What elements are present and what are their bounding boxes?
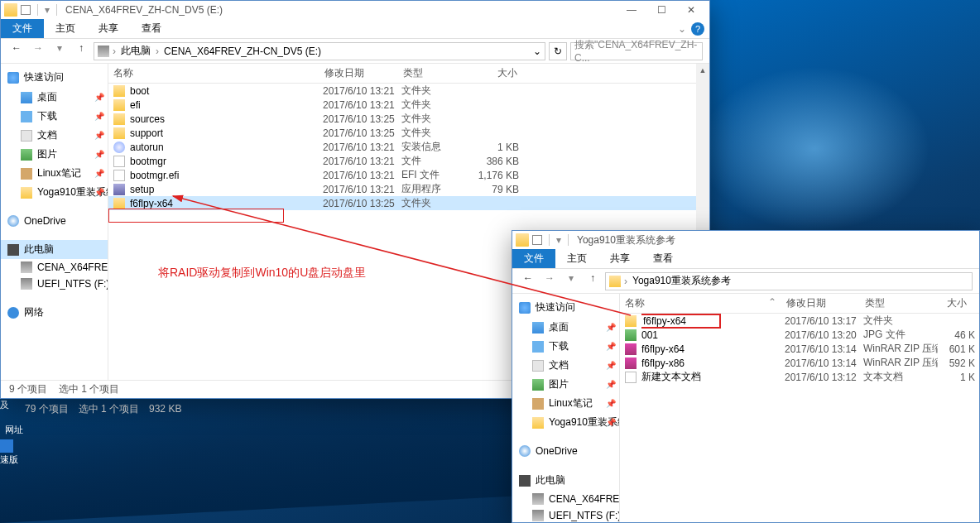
dropdown-icon[interactable]: ▾ xyxy=(556,234,561,246)
annotation-text: 将RAID驱动复制到Win10的U盘启动盘里 xyxy=(158,266,366,281)
nav-desktop-icon xyxy=(532,322,544,333)
file-row[interactable]: f6flpy-x642017/6/10 13:17文件夹 xyxy=(620,314,979,328)
file-row[interactable]: f6flpy-x642017/6/10 13:25文件夹 xyxy=(108,196,709,210)
nav-item[interactable]: 文档📌 xyxy=(512,356,619,375)
search-input[interactable]: 搜索"CENA_X64FREV_ZH-C... xyxy=(570,42,703,60)
nav-forward-button[interactable]: → xyxy=(29,42,47,60)
minimize-button[interactable]: — xyxy=(617,1,646,19)
explorer-window-2: ▾ Yoga910重装系统参考 文件 主页 共享 查看 ← → ▾ ↑ › Yo… xyxy=(512,230,980,523)
ribbon-tab-view[interactable]: 查看 xyxy=(130,19,173,38)
nav-network[interactable]: 网络 xyxy=(1,302,108,323)
nav-back-button[interactable]: ← xyxy=(7,42,26,60)
scroll-up-icon[interactable]: ▲ xyxy=(696,64,709,77)
nav-up-button[interactable]: ↑ xyxy=(584,272,602,290)
status-item-count: 9 个项目 xyxy=(9,382,47,396)
file-row[interactable]: autorun2017/6/10 13:21安装信息1 KB xyxy=(108,140,709,154)
breadcrumb-thispc[interactable]: 此电脑 xyxy=(119,44,152,58)
nav-item[interactable]: UEFI_NTFS (F:) xyxy=(512,507,619,522)
dropdown-icon[interactable]: ▾ xyxy=(45,4,50,16)
cloud-icon xyxy=(519,445,531,457)
ribbon-tab-share[interactable]: 共享 xyxy=(87,19,130,38)
nav-this-pc[interactable]: 此电脑 xyxy=(1,240,108,259)
nav-this-pc[interactable]: 此电脑 xyxy=(512,470,619,491)
file-row[interactable]: f6flpy-x862017/6/10 13:14WinRAR ZIP 压缩..… xyxy=(620,356,979,370)
nav-doc-icon xyxy=(532,360,544,372)
navigation-pane[interactable]: 快速访问 桌面📌下载📌文档📌图片📌Linux笔记📌Yoga910重装系统参📌 O… xyxy=(1,64,108,380)
quick-access-toggle-icon[interactable] xyxy=(21,5,31,15)
file-rows[interactable]: f6flpy-x642017/6/10 13:17文件夹0012017/6/10… xyxy=(620,314,979,522)
nav-item[interactable]: CENA_X64FREV_ZH xyxy=(1,259,108,276)
file-row[interactable]: support2017/6/10 13:25文件夹 xyxy=(108,126,709,140)
file-row[interactable]: bootmgr2017/6/10 13:21文件386 KB xyxy=(108,154,709,168)
file-row[interactable]: boot2017/6/10 13:21文件夹 xyxy=(108,84,709,98)
ribbon-tab-view[interactable]: 查看 xyxy=(641,249,685,268)
refresh-button[interactable]: ↻ xyxy=(549,42,567,60)
file-row[interactable]: 0012017/6/10 13:20JPG 文件46 K xyxy=(620,328,979,342)
nav-item[interactable]: 桌面📌 xyxy=(1,88,108,107)
file-row[interactable]: sources2017/6/10 13:25文件夹 xyxy=(108,112,709,126)
pin-icon: 📌 xyxy=(606,323,616,332)
nav-item[interactable]: 图片📌 xyxy=(1,145,108,164)
nav-up-button[interactable]: ↑ xyxy=(72,42,90,60)
nav-item[interactable]: Linux笔记📌 xyxy=(512,394,619,413)
column-name[interactable]: 名称 xyxy=(108,66,319,80)
file-type-icon xyxy=(625,315,637,327)
nav-item-label: Linux笔记 xyxy=(37,166,81,180)
file-row[interactable]: setup2017/6/10 13:21应用程序79 KB xyxy=(108,182,709,196)
ribbon-collapse-icon[interactable]: ⌄ xyxy=(678,23,686,35)
nav-onedrive[interactable]: OneDrive xyxy=(512,442,619,460)
nav-item-label: 桌面 xyxy=(549,320,569,334)
ribbon-tab-share[interactable]: 共享 xyxy=(598,249,641,268)
close-button[interactable]: ✕ xyxy=(676,1,706,19)
column-date[interactable]: 修改日期 xyxy=(781,296,860,310)
address-dropdown-icon[interactable]: ⌄ xyxy=(533,46,541,57)
file-row[interactable]: efi2017/6/10 13:21文件夹 xyxy=(108,98,709,112)
nav-forward-button[interactable]: → xyxy=(540,272,559,290)
ribbon-tab-home[interactable]: 主页 xyxy=(44,19,87,38)
nav-item[interactable]: CENA_X64FREV_ZH xyxy=(512,491,619,507)
column-type[interactable]: 类型 xyxy=(860,296,934,310)
nav-item[interactable]: Yoga910重装系统参📌 xyxy=(512,413,619,432)
titlebar[interactable]: ▾ Yoga910重装系统参考 xyxy=(512,231,979,249)
nav-recent-dropdown[interactable]: ▾ xyxy=(562,272,580,290)
address-bar[interactable]: › 此电脑 › CENA_X64FREV_ZH-CN_DV5 (E:) ⌄ xyxy=(94,42,545,60)
breadcrumb-drive[interactable]: CENA_X64FREV_ZH-CN_DV5 (E:) xyxy=(162,46,323,57)
nav-drive-icon xyxy=(21,262,32,273)
file-row[interactable]: f6flpy-x642017/6/10 13:14WinRAR ZIP 压缩..… xyxy=(620,342,979,356)
ribbon-tab-file[interactable]: 文件 xyxy=(1,19,44,38)
column-size[interactable]: 大小 xyxy=(473,66,522,80)
nav-onedrive[interactable]: OneDrive xyxy=(1,212,108,230)
nav-back-button[interactable]: ← xyxy=(519,272,537,290)
quick-access-toggle-icon[interactable] xyxy=(532,235,542,245)
file-row[interactable]: bootmgr.efi2017/6/10 13:21EFI 文件1,176 KB xyxy=(108,168,709,182)
column-date[interactable]: 修改日期 xyxy=(319,66,398,80)
pin-icon: 📌 xyxy=(606,418,616,427)
nav-item[interactable]: Yoga910重装系统参📌 xyxy=(1,183,108,202)
nav-item[interactable]: UEFI_NTFS (F:) xyxy=(1,276,108,292)
nav-recent-dropdown[interactable]: ▾ xyxy=(50,42,69,60)
column-size[interactable]: 大小 xyxy=(934,296,972,310)
nav-quick-access[interactable]: 快速访问 xyxy=(1,67,108,88)
nav-item[interactable]: 图片📌 xyxy=(512,375,619,394)
nav-item[interactable]: 文档📌 xyxy=(1,126,108,145)
ribbon-tab-home[interactable]: 主页 xyxy=(555,249,598,268)
nav-item[interactable]: Linux笔记📌 xyxy=(1,164,108,183)
nav-quick-access[interactable]: 快速访问 xyxy=(512,297,619,318)
annotation-red-box-1 xyxy=(108,209,284,223)
network-icon xyxy=(7,307,19,319)
titlebar[interactable]: ▾ CENA_X64FREV_ZH-CN_DV5 (E:) — ☐ ✕ xyxy=(1,1,709,19)
column-type[interactable]: 类型 xyxy=(398,66,473,80)
folder-icon xyxy=(609,276,621,287)
file-row[interactable]: 新建文本文档2017/6/10 13:12文本文档1 K xyxy=(620,370,979,384)
nav-item[interactable]: 下载📌 xyxy=(1,107,108,126)
help-icon[interactable]: ? xyxy=(691,22,704,36)
file-type-icon xyxy=(625,343,637,355)
ribbon-tab-file[interactable]: 文件 xyxy=(512,249,555,268)
breadcrumb-folder[interactable]: Yoga910重装系统参考 xyxy=(631,274,733,288)
nav-item[interactable]: 下载📌 xyxy=(512,337,619,356)
maximize-button[interactable]: ☐ xyxy=(646,1,676,19)
nav-item[interactable]: 桌面📌 xyxy=(512,318,619,337)
navigation-pane[interactable]: 快速访问 桌面📌下载📌文档📌图片📌Linux笔记📌Yoga910重装系统参📌 O… xyxy=(512,294,620,522)
address-bar[interactable]: › Yoga910重装系统参考 xyxy=(605,272,973,290)
column-name[interactable]: 名称⌃ xyxy=(620,296,781,310)
